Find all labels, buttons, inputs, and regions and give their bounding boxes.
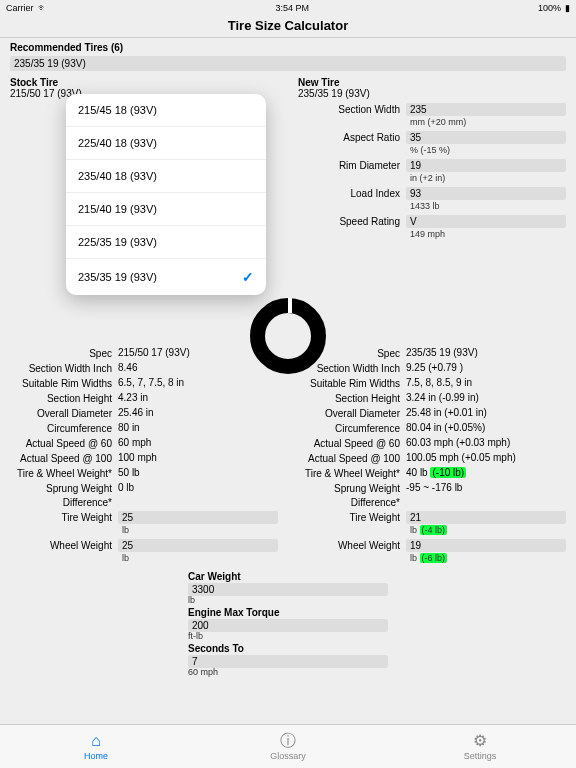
- tab-glossary-label: Glossary: [270, 751, 306, 761]
- spec-label: Section Height: [10, 392, 118, 406]
- wheelWeight-label: Wheel Weight: [298, 539, 406, 553]
- tab-glossary[interactable]: ⓘ Glossary: [192, 725, 384, 768]
- dropdown-item-label: 215/45 18 (93V): [78, 104, 157, 116]
- home-icon: ⌂: [91, 733, 101, 749]
- speedRating-label: Speed Rating: [298, 215, 406, 229]
- secondsTo-sub: 60 mph: [188, 667, 388, 677]
- loadIndex-sub: 1433 lb: [406, 200, 566, 214]
- rimDiameter-label: Rim Diameter: [298, 159, 406, 173]
- aspectRatio-input[interactable]: 35: [406, 131, 566, 144]
- sectionWidth-input[interactable]: 235: [406, 103, 566, 116]
- status-bar: Carrier ᯤ 3:54 PM 100% ▮: [0, 0, 576, 16]
- dropdown-item-label: 235/40 18 (93V): [78, 170, 157, 182]
- aspectRatio-sub: % (-15 %): [406, 144, 566, 158]
- sectionWidth-sub: mm (+20 mm): [406, 116, 566, 130]
- spec-value: 7.5, 8, 8.5, 9 in: [406, 377, 566, 388]
- spec-label: Tire & Wheel Weight*: [10, 467, 118, 481]
- wheelWeight-label: Wheel Weight: [10, 539, 118, 553]
- dropdown-item[interactable]: 215/40 19 (93V): [66, 193, 266, 226]
- dropdown-popup: 215/45 18 (93V)225/40 18 (93V)235/40 18 …: [66, 94, 266, 295]
- tireWeight-label: Tire Weight: [10, 511, 118, 525]
- spec-value: 25.48 in (+0.01 in): [406, 407, 566, 418]
- spec-value: 80 in: [118, 422, 278, 433]
- spec-value: -95 ~ -176 lb: [406, 482, 566, 493]
- engineTorque-label: Engine Max Torque: [188, 607, 388, 618]
- loadIndex-input[interactable]: 93: [406, 187, 566, 200]
- spec-value: 235/35 19 (93V): [406, 347, 566, 358]
- clock: 3:54 PM: [275, 3, 309, 13]
- new-tire-header: New Tire: [298, 77, 566, 88]
- wheelWeight-sub: lb: [118, 552, 278, 566]
- dropdown-item[interactable]: 225/40 18 (93V): [66, 127, 266, 160]
- spec-label: Actual Speed @ 60: [10, 437, 118, 451]
- recommended-label: Recommended Tires (6): [10, 42, 566, 53]
- spec-label: Sprung Weight Difference*: [298, 482, 406, 510]
- rimDiameter-sub: in (+2 in): [406, 172, 566, 186]
- new-tire-sub: 235/35 19 (93V): [298, 88, 566, 99]
- spec-label: Section Height: [298, 392, 406, 406]
- spec-label: Suitable Rim Widths: [10, 377, 118, 391]
- spec-value: 8.46: [118, 362, 278, 373]
- dropdown-item-label: 235/35 19 (93V): [78, 271, 157, 283]
- secondsTo-label: Seconds To: [188, 643, 388, 654]
- sectionWidth-label: Section Width: [298, 103, 406, 117]
- tireWeight-input[interactable]: 25: [118, 511, 278, 524]
- wheelWeight-input[interactable]: 25: [118, 539, 278, 552]
- tire-visual-icon: [250, 298, 326, 374]
- spec-label: Tire & Wheel Weight*: [298, 467, 406, 481]
- spec-value: 6.5, 7, 7.5, 8 in: [118, 377, 278, 388]
- battery-icon: ▮: [565, 3, 570, 13]
- page-title: Tire Size Calculator: [0, 16, 576, 38]
- recommended-dropdown[interactable]: 235/35 19 (93V): [10, 56, 566, 71]
- dropdown-item-label: 225/40 18 (93V): [78, 137, 157, 149]
- spec-value: 100.05 mph (+0.05 mph): [406, 452, 566, 463]
- tireWeight-sub: lb: [118, 524, 278, 538]
- spec-value: 25.46 in: [118, 407, 278, 418]
- spec-label: Actual Speed @ 100: [10, 452, 118, 466]
- dropdown-item-label: 215/40 19 (93V): [78, 203, 157, 215]
- dropdown-item-label: 225/35 19 (93V): [78, 236, 157, 248]
- spec-value: 50 lb: [118, 467, 278, 478]
- spec-value: 3.24 in (-0.99 in): [406, 392, 566, 403]
- dropdown-item[interactable]: 235/40 18 (93V): [66, 160, 266, 193]
- spec-label: Sprung Weight Difference*: [10, 482, 118, 510]
- speedRating-sub: 149 mph: [406, 228, 566, 242]
- spec-label: Circumference: [10, 422, 118, 436]
- wheelWeight-sub: lb (-6 lb): [406, 552, 566, 566]
- spec-label: Section Width Inch: [10, 362, 118, 376]
- spec-value: 40 lb (-10 lb): [406, 467, 566, 478]
- loadIndex-label: Load Index: [298, 187, 406, 201]
- spec-value: 60.03 mph (+0.03 mph): [406, 437, 566, 448]
- spec-label: Actual Speed @ 60: [298, 437, 406, 451]
- tireWeight-label: Tire Weight: [298, 511, 406, 525]
- dropdown-item[interactable]: 225/35 19 (93V): [66, 226, 266, 259]
- wheelWeight-input[interactable]: 19: [406, 539, 566, 552]
- battery-percent: 100%: [538, 3, 561, 13]
- tab-settings[interactable]: ⚙ Settings: [384, 725, 576, 768]
- info-icon: ⓘ: [280, 733, 296, 749]
- spec-value: 60 mph: [118, 437, 278, 448]
- spec-value: 9.25 (+0.79 ): [406, 362, 566, 373]
- wifi-icon: ᯤ: [38, 3, 47, 13]
- spec-value: 80.04 in (+0.05%): [406, 422, 566, 433]
- stock-tire-header: Stock Tire: [10, 77, 278, 88]
- checkmark-icon: ✓: [242, 269, 254, 285]
- speedRating-input[interactable]: V: [406, 215, 566, 228]
- carWeight-sub: lb: [188, 595, 388, 605]
- spec-value: 0 lb: [118, 482, 278, 493]
- engineTorque-sub: ft-lb: [188, 631, 388, 641]
- tab-home[interactable]: ⌂ Home: [0, 725, 192, 768]
- aspectRatio-label: Aspect Ratio: [298, 131, 406, 145]
- tab-bar: ⌂ Home ⓘ Glossary ⚙ Settings: [0, 724, 576, 768]
- dropdown-item[interactable]: 215/45 18 (93V): [66, 94, 266, 127]
- tab-settings-label: Settings: [464, 751, 497, 761]
- carrier-label: Carrier: [6, 3, 34, 13]
- spec-label: Suitable Rim Widths: [298, 377, 406, 391]
- rimDiameter-input[interactable]: 19: [406, 159, 566, 172]
- spec-label: Actual Speed @ 100: [298, 452, 406, 466]
- tireWeight-input[interactable]: 21: [406, 511, 566, 524]
- spec-value: 100 mph: [118, 452, 278, 463]
- spec-label: Spec: [10, 347, 118, 361]
- spec-label: Overall Diameter: [298, 407, 406, 421]
- dropdown-item[interactable]: 235/35 19 (93V)✓: [66, 259, 266, 295]
